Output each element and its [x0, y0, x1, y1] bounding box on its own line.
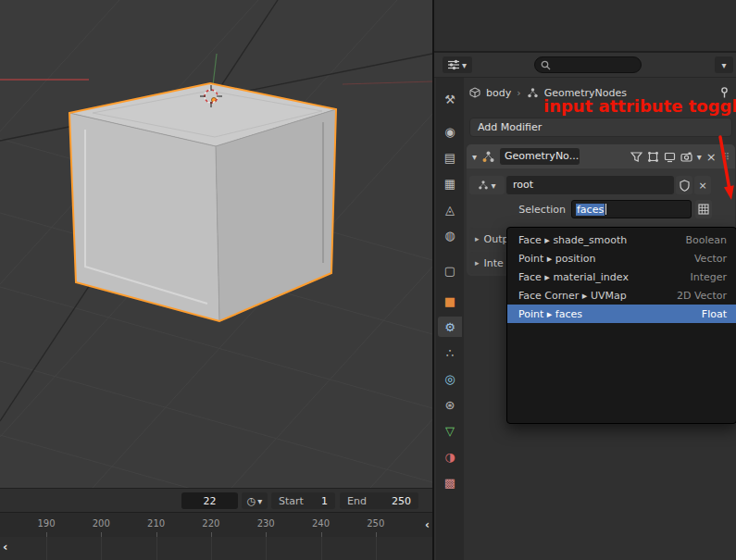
attribute-type: Float: [702, 308, 727, 320]
start-label: Start: [279, 495, 304, 507]
end-label: End: [347, 495, 367, 507]
menu-item-uvmap[interactable]: Face Corner ▸ UVMap 2D Vector: [507, 286, 736, 305]
breadcrumb-separator: ›: [517, 87, 520, 99]
menu-item-material-index[interactable]: Face ▸ material_index Integer: [507, 268, 736, 286]
texture-icon[interactable]: ▩: [438, 472, 462, 492]
end-value: 250: [392, 495, 411, 507]
ruler-tick-label: 240: [312, 518, 330, 529]
clock-icon: ◷: [247, 495, 256, 507]
input-attribute-toggle-button[interactable]: [695, 200, 712, 218]
start-value: 1: [321, 495, 328, 507]
render-icon[interactable]: ◉: [438, 121, 462, 142]
timeline-ruler[interactable]: ‹ 190200210220230240250: [0, 512, 432, 537]
material-icon[interactable]: ◑: [438, 446, 462, 467]
tool-icon[interactable]: ⚒: [438, 89, 462, 109]
modifiers-icon[interactable]: ⚙: [438, 317, 462, 337]
attribute-label: Point ▸ position: [518, 253, 595, 265]
end-frame-field[interactable]: End 250: [340, 492, 418, 509]
editor-type-button[interactable]: ▾: [443, 56, 472, 73]
node-tree-icon: [478, 180, 489, 191]
breadcrumb-node-tree[interactable]: GeometryNodes: [544, 87, 627, 99]
render-display-icon[interactable]: [680, 151, 692, 163]
chevron-right-icon: ▸: [475, 258, 480, 268]
start-frame-field[interactable]: Start 1: [271, 492, 335, 509]
physics-icon[interactable]: ◎: [438, 368, 462, 389]
text-cursor: [605, 204, 606, 215]
collapse-sidebar-arrow[interactable]: ‹: [425, 519, 430, 530]
unlink-node-group-button[interactable]: ×: [694, 176, 711, 194]
breadcrumb-object[interactable]: body: [486, 87, 511, 99]
edit-mode-display-icon[interactable]: [647, 151, 659, 163]
ruler-tick-label: 230: [257, 518, 275, 529]
ruler-tick-label: 190: [37, 518, 55, 529]
pin-icon: [718, 86, 730, 98]
geometry-nodes-modifier-icon: [481, 150, 495, 164]
chevron-down-icon: ▾: [491, 180, 495, 191]
3d-viewport[interactable]: [0, 0, 432, 488]
menu-item-faces[interactable]: Point ▸ faces Float: [507, 305, 736, 323]
data-icon[interactable]: ▽: [438, 420, 462, 441]
close-icon: ×: [698, 180, 706, 192]
world-icon[interactable]: ◍: [438, 225, 462, 245]
filter-funnel-icon[interactable]: [630, 151, 642, 163]
properties-tab-strip: ⚒◉▤▦◬◍▢■⚙∴◎⊛▽◑▩: [436, 78, 464, 560]
add-modifier-button[interactable]: Add Modifier: [469, 118, 732, 137]
selection-label: Selection: [469, 204, 571, 216]
constraints-icon[interactable]: ⊛: [438, 394, 462, 415]
particles-icon[interactable]: ∴: [438, 342, 462, 363]
node-group-name-field[interactable]: root: [506, 176, 674, 194]
attribute-type: Boolean: [685, 234, 727, 246]
spreadsheet-grid-icon: [698, 204, 709, 215]
output-icon[interactable]: ▤: [438, 147, 462, 168]
view-layer-icon[interactable]: ▦: [438, 173, 462, 193]
selection-input[interactable]: faces: [571, 200, 692, 218]
object-cube-icon: [469, 87, 480, 98]
track-grid-line: [321, 537, 322, 560]
menu-item-shade-smooth[interactable]: Face ▸ shade_smooth Boolean: [507, 230, 736, 249]
properties-search[interactable]: [534, 56, 642, 73]
blender-window: 22 ◷▾ Start 1 End 250 ‹ 1902002102202302…: [0, 0, 736, 560]
current-frame-field[interactable]: 22: [181, 492, 238, 509]
object-icon[interactable]: ■: [438, 291, 462, 311]
fake-user-shield-button[interactable]: [676, 176, 692, 194]
properties-editor: ▾ ▾ ⚒◉▤▦◬◍▢■⚙∴◎⊛▽◑▩ body ›: [432, 0, 736, 560]
realtime-display-icon[interactable]: [664, 151, 676, 163]
browse-node-group-button[interactable]: ▾: [469, 176, 505, 194]
collection-icon[interactable]: ▢: [438, 260, 462, 280]
modifier-panel-header[interactable]: ▾ GeometryNo...: [467, 144, 735, 168]
modifier-extras-chevron-icon[interactable]: ▾: [697, 152, 702, 162]
chevron-down-icon: ▾: [257, 496, 262, 506]
drag-handle-icon[interactable]: ⠿: [723, 152, 730, 162]
attribute-type: 2D Vector: [677, 290, 727, 302]
collapse-region-arrow[interactable]: ‹: [3, 541, 7, 553]
node-group-row: ▾ root ×: [469, 176, 732, 194]
track-grid-line: [46, 537, 47, 560]
current-frame-value: 22: [204, 495, 217, 507]
close-icon[interactable]: ×: [706, 150, 717, 164]
playback-popover-button[interactable]: ◷▾: [242, 492, 268, 509]
search-icon: [541, 60, 551, 70]
header-options-button[interactable]: ▾: [715, 56, 733, 73]
chevron-down-icon: ▾: [462, 60, 467, 70]
track-grid-line: [156, 537, 157, 560]
properties-sliders-icon: [448, 59, 459, 70]
selection-value: faces: [576, 204, 605, 216]
attribute-type: Vector: [694, 253, 727, 265]
expand-chevron-icon[interactable]: ▾: [472, 152, 477, 162]
menu-item-position[interactable]: Point ▸ position Vector: [507, 249, 736, 268]
ruler-tick-label: 250: [367, 518, 384, 529]
track-grid-line: [266, 537, 267, 560]
modifier-name-field[interactable]: GeometryNo...: [500, 148, 580, 165]
track-grid-line: [101, 537, 102, 560]
ruler-tick-label: 220: [202, 518, 219, 529]
cube-object[interactable]: [69, 83, 336, 321]
search-input[interactable]: [555, 59, 635, 71]
attribute-label: Face ▸ shade_smooth: [518, 234, 627, 246]
scene-icon[interactable]: ◬: [438, 199, 462, 219]
timeline-tracks[interactable]: ‹: [0, 537, 432, 560]
properties-content: body › GeometryNodes input attribute tog…: [464, 78, 736, 560]
pin-button[interactable]: [718, 86, 730, 101]
attribute-label: Face Corner ▸ UVMap: [518, 290, 627, 302]
ruler-tick-label: 200: [93, 518, 110, 529]
subpanel-label: Outp: [484, 233, 509, 245]
